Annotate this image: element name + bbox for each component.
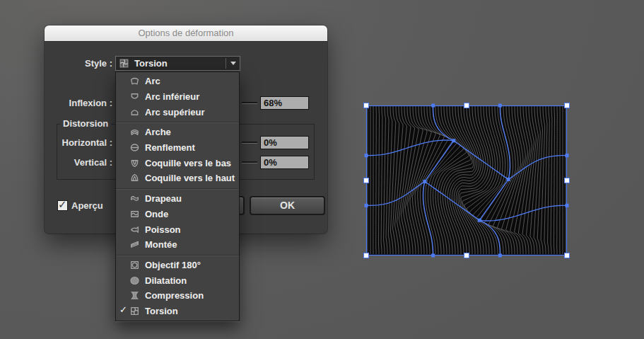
menu-separator — [116, 120, 239, 125]
menu-separator — [116, 253, 239, 258]
menu-item-torsion[interactable]: ✓ Torsion — [116, 304, 239, 319]
application-canvas: Options de déformation Style : Torsion I… — [0, 0, 644, 339]
menu-item-arc[interactable]: Arc — [116, 74, 239, 89]
menu-item-onde[interactable]: Onde — [116, 207, 239, 222]
menu-item-arche[interactable]: Arche — [116, 125, 239, 140]
arc-lower-icon — [129, 91, 140, 102]
chevron-down-icon[interactable] — [226, 57, 240, 70]
menu-item-arc-superieur[interactable]: Arc supérieur — [116, 104, 239, 120]
checkmark-icon: ✓ — [119, 304, 128, 315]
shell-upper-icon — [129, 173, 140, 183]
bulge-icon — [129, 142, 140, 153]
preview-checkbox[interactable] — [57, 200, 68, 211]
vertical-label: Vertical : — [59, 157, 112, 168]
menu-item-arc-inferieur[interactable]: Arc inférieur — [116, 89, 239, 105]
style-label: Style : — [64, 58, 112, 69]
vertical-input[interactable] — [260, 156, 309, 169]
inflexion-input[interactable] — [260, 96, 309, 110]
horizontal-slider[interactable] — [242, 142, 257, 143]
inflate-icon — [129, 275, 140, 286]
twist-icon — [129, 306, 140, 316]
inflexion-label: Inflexion : — [59, 98, 112, 108]
shell-lower-icon — [129, 158, 140, 168]
style-value: Torsion — [134, 58, 226, 69]
menu-separator — [116, 186, 239, 191]
menu-item-compression[interactable]: Compression — [116, 288, 239, 304]
horizontal-input[interactable] — [260, 136, 309, 149]
menu-item-montee[interactable]: Montée — [116, 237, 239, 253]
horizontal-label: Horizontal : — [59, 137, 112, 148]
style-dropdown[interactable]: Torsion — [115, 56, 240, 71]
arch-icon — [129, 127, 140, 137]
fish-icon — [129, 224, 140, 235]
arc-upper-icon — [129, 107, 140, 117]
inflexion-slider[interactable] — [242, 102, 257, 103]
artwork-selection[interactable] — [366, 105, 567, 255]
squeeze-icon — [129, 290, 140, 301]
style-dropdown-menu: Arc Arc inférieur Arc supérieur Arche Re… — [115, 71, 240, 321]
menu-item-dilatation[interactable]: Dilatation — [116, 272, 239, 288]
dialog-title: Options de déformation — [45, 25, 327, 42]
ok-button[interactable]: OK — [250, 196, 325, 215]
menu-item-poisson[interactable]: Poisson — [116, 222, 239, 237]
fisheye-icon — [129, 260, 140, 270]
menu-item-coquille-haut[interactable]: Coquille vers le haut — [116, 171, 239, 186]
arc-icon — [129, 76, 140, 86]
distorsion-label: Distorsion — [60, 118, 111, 129]
menu-item-coquille-bas[interactable]: Coquille vers le bas — [116, 155, 239, 171]
rise-icon — [129, 239, 140, 250]
menu-item-renflement[interactable]: Renflement — [116, 140, 239, 156]
flag-icon — [129, 193, 140, 204]
vertical-slider[interactable] — [242, 161, 257, 163]
preview-label: Aperçu — [71, 200, 103, 211]
twist-icon — [119, 58, 129, 69]
menu-item-drapeau[interactable]: Drapeau — [116, 191, 239, 207]
wave-icon — [129, 209, 140, 219]
menu-item-objectif-180[interactable]: Objectif 180° — [116, 258, 239, 273]
